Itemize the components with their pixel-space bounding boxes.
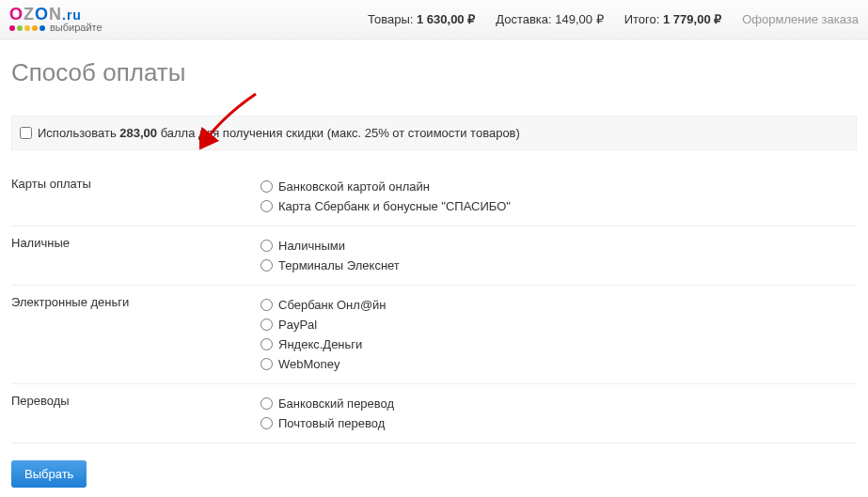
payment-option-label: Почтовый перевод [278, 416, 385, 430]
dot-icon [32, 25, 38, 31]
payment-option-radio[interactable] [260, 200, 273, 212]
payment-option-radio[interactable] [260, 338, 273, 350]
payment-option[interactable]: WebMoney [260, 354, 857, 374]
payment-option-label: WebMoney [278, 357, 340, 371]
dot-icon [17, 25, 23, 31]
page-title: Способ оплаты [11, 58, 857, 87]
logo-tagline: выбирайте [9, 23, 103, 33]
payment-group: НаличныеНаличнымиТерминалы Элекснет [11, 226, 857, 286]
payment-option-radio[interactable] [260, 299, 273, 311]
payment-group-label: Наличные [11, 236, 260, 275]
payment-option-label: Карта Сбербанк и бонусные "СПАСИБО" [278, 199, 511, 213]
payment-option-radio[interactable] [260, 417, 273, 429]
dot-icon [39, 25, 45, 31]
payment-options: Банковской картой онлайнКарта Сбербанк и… [260, 177, 857, 216]
payment-option-radio[interactable] [260, 259, 273, 272]
payment-option[interactable]: Терминалы Элекснет [260, 256, 857, 275]
payment-option[interactable]: Наличными [260, 236, 857, 256]
total-value: 1 779,00 [663, 12, 721, 26]
payment-option-radio[interactable] [260, 180, 273, 193]
total-label: Итого: [624, 12, 660, 26]
submit-button[interactable]: Выбрать [11, 460, 87, 488]
payment-option-label: Сбербанк Онл@йн [278, 298, 387, 312]
payment-option-radio[interactable] [260, 397, 273, 410]
checkout-step-label: Оформление заказа [742, 12, 859, 26]
payment-option-radio[interactable] [260, 318, 273, 331]
payment-option-label: Наличными [278, 239, 345, 253]
logo-wordmark: OZON.ru [9, 6, 103, 23]
goods-label: Товары: [368, 12, 413, 26]
delivery-value: 149,00 [555, 12, 603, 26]
payment-option-label: Банковский перевод [278, 396, 394, 411]
payment-option[interactable]: PayPal [260, 315, 857, 334]
payment-option-label: Яндекс.Деньги [278, 337, 362, 351]
order-summary: Товары: 1 630,00 Доставка: 149,00 Итого:… [121, 12, 859, 26]
use-bonus-label: Использовать 283,00 балла для получения … [38, 126, 520, 140]
payment-group: Электронные деньгиСбербанк Онл@йнPayPalЯ… [11, 286, 857, 384]
use-bonus-checkbox[interactable] [20, 127, 32, 139]
payment-options: Банковский переводПочтовый перевод [260, 394, 857, 433]
payment-group: Карты оплатыБанковской картой онлайнКарт… [11, 167, 857, 226]
payment-option[interactable]: Банковской картой онлайн [260, 177, 857, 196]
delivery-label: Доставка: [496, 12, 551, 26]
payment-options: Сбербанк Онл@йнPayPalЯндекс.ДеньгиWebMon… [260, 295, 857, 374]
payment-option[interactable]: Сбербанк Онл@йн [260, 295, 857, 315]
payment-option-radio[interactable] [260, 240, 273, 252]
payment-options: НаличнымиТерминалы Элекснет [260, 236, 857, 275]
payment-option[interactable]: Почтовый перевод [260, 413, 857, 433]
payment-option-radio[interactable] [260, 358, 273, 370]
payment-option-label: Банковской картой онлайн [278, 179, 430, 194]
payment-option[interactable]: Банковский перевод [260, 394, 857, 413]
payment-group: ПереводыБанковский переводПочтовый перев… [11, 384, 857, 443]
payment-group-label: Переводы [11, 394, 260, 433]
payment-group-label: Электронные деньги [11, 295, 260, 374]
goods-block: Товары: 1 630,00 [368, 12, 475, 26]
payment-option-label: Терминалы Элекснет [278, 258, 400, 272]
total-block: Итого: 1 779,00 [624, 12, 722, 26]
dot-icon [9, 25, 15, 31]
logo[interactable]: OZON.ru выбирайте [9, 6, 103, 33]
use-bonus-row: Использовать 283,00 балла для получения … [11, 116, 857, 150]
delivery-block: Доставка: 149,00 [496, 12, 603, 26]
payment-option-label: PayPal [278, 318, 317, 332]
dot-icon [24, 25, 30, 31]
header-bar: OZON.ru выбирайте Товары: 1 630,00 Доста… [0, 0, 868, 39]
payment-group-label: Карты оплаты [11, 177, 260, 216]
payment-option[interactable]: Яндекс.Деньги [260, 334, 857, 354]
goods-value: 1 630,00 [417, 12, 475, 26]
payment-option[interactable]: Карта Сбербанк и бонусные "СПАСИБО" [260, 196, 857, 216]
